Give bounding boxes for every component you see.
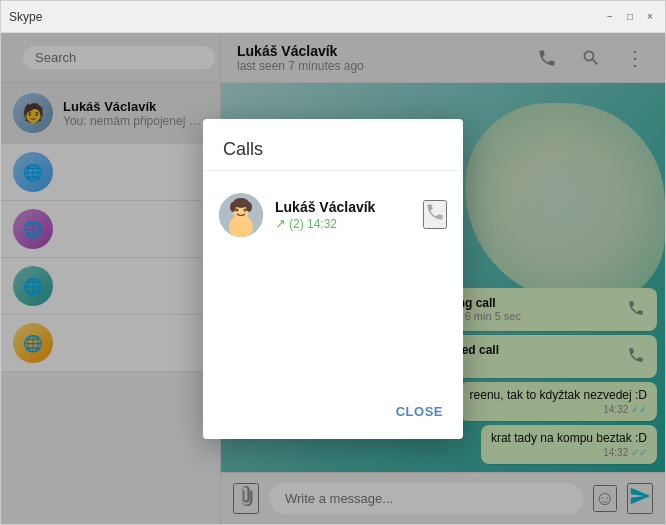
modal-footer: CLOSE xyxy=(203,388,463,439)
outgoing-arrow-icon: ↗ xyxy=(275,216,286,231)
call-record-detail: ↗ (2) 14:32 xyxy=(275,216,411,231)
modal-body: Lukáš Václavík ↗ (2) 14:32 xyxy=(203,171,463,388)
call-record: Lukáš Václavík ↗ (2) 14:32 xyxy=(203,183,463,247)
minimize-button[interactable]: − xyxy=(603,10,617,24)
app-window: Skype − □ × 🧑 Lukáš Václavík xyxy=(0,0,666,525)
maximize-button[interactable]: □ xyxy=(623,10,637,24)
svg-point-4 xyxy=(244,208,247,211)
call-record-name: Lukáš Václavík xyxy=(275,199,375,215)
call-back-button[interactable] xyxy=(423,200,447,229)
modal-overlay[interactable]: Calls xyxy=(1,33,665,524)
close-modal-button[interactable]: CLOSE xyxy=(392,396,447,427)
call-record-avatar xyxy=(219,193,263,237)
modal-title: Calls xyxy=(203,119,463,171)
window-title: Skype xyxy=(9,10,42,24)
close-window-button[interactable]: × xyxy=(643,10,657,24)
call-record-info: Lukáš Václavík ↗ (2) 14:32 xyxy=(275,198,411,231)
window-controls: − □ × xyxy=(603,10,657,24)
calls-modal: Calls xyxy=(203,119,463,439)
title-bar: Skype − □ × xyxy=(1,1,665,33)
app-body: 🧑 Lukáš Václavík You: nemám připojenej m… xyxy=(1,33,665,524)
svg-point-6 xyxy=(230,202,236,212)
svg-point-7 xyxy=(246,202,252,212)
svg-point-3 xyxy=(236,208,239,211)
